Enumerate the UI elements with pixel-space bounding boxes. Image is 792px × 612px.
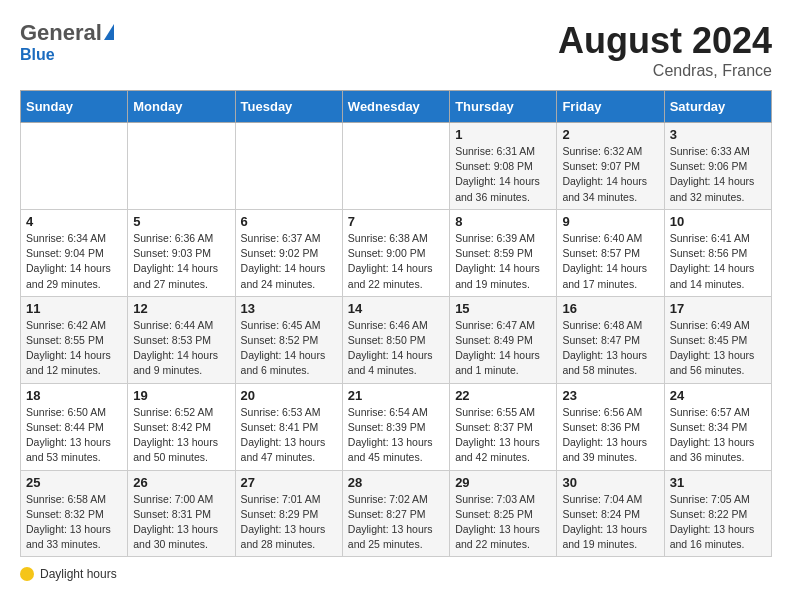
- day-info: Sunrise: 6:45 AM Sunset: 8:52 PM Dayligh…: [241, 318, 337, 379]
- day-cell: 27Sunrise: 7:01 AM Sunset: 8:29 PM Dayli…: [235, 470, 342, 557]
- weekday-header-wednesday: Wednesday: [342, 91, 449, 123]
- weekday-header-thursday: Thursday: [450, 91, 557, 123]
- day-cell: 18Sunrise: 6:50 AM Sunset: 8:44 PM Dayli…: [21, 383, 128, 470]
- day-info: Sunrise: 6:31 AM Sunset: 9:08 PM Dayligh…: [455, 144, 551, 205]
- day-info: Sunrise: 6:40 AM Sunset: 8:57 PM Dayligh…: [562, 231, 658, 292]
- day-cell: 7Sunrise: 6:38 AM Sunset: 9:00 PM Daylig…: [342, 209, 449, 296]
- day-info: Sunrise: 7:00 AM Sunset: 8:31 PM Dayligh…: [133, 492, 229, 553]
- day-cell: 9Sunrise: 6:40 AM Sunset: 8:57 PM Daylig…: [557, 209, 664, 296]
- day-info: Sunrise: 6:57 AM Sunset: 8:34 PM Dayligh…: [670, 405, 766, 466]
- day-cell: [235, 123, 342, 210]
- day-cell: 1Sunrise: 6:31 AM Sunset: 9:08 PM Daylig…: [450, 123, 557, 210]
- day-number: 20: [241, 388, 337, 403]
- day-cell: 12Sunrise: 6:44 AM Sunset: 8:53 PM Dayli…: [128, 296, 235, 383]
- day-number: 3: [670, 127, 766, 142]
- logo-blue-text: Blue: [20, 46, 55, 64]
- day-number: 12: [133, 301, 229, 316]
- day-cell: 19Sunrise: 6:52 AM Sunset: 8:42 PM Dayli…: [128, 383, 235, 470]
- day-number: 9: [562, 214, 658, 229]
- day-cell: [21, 123, 128, 210]
- day-cell: 24Sunrise: 6:57 AM Sunset: 8:34 PM Dayli…: [664, 383, 771, 470]
- day-number: 2: [562, 127, 658, 142]
- day-cell: 4Sunrise: 6:34 AM Sunset: 9:04 PM Daylig…: [21, 209, 128, 296]
- day-info: Sunrise: 6:56 AM Sunset: 8:36 PM Dayligh…: [562, 405, 658, 466]
- day-cell: 3Sunrise: 6:33 AM Sunset: 9:06 PM Daylig…: [664, 123, 771, 210]
- day-number: 11: [26, 301, 122, 316]
- day-number: 16: [562, 301, 658, 316]
- week-row-1: 1Sunrise: 6:31 AM Sunset: 9:08 PM Daylig…: [21, 123, 772, 210]
- day-number: 10: [670, 214, 766, 229]
- location-subtitle: Cendras, France: [558, 62, 772, 80]
- week-row-2: 4Sunrise: 6:34 AM Sunset: 9:04 PM Daylig…: [21, 209, 772, 296]
- day-info: Sunrise: 6:58 AM Sunset: 8:32 PM Dayligh…: [26, 492, 122, 553]
- day-number: 17: [670, 301, 766, 316]
- day-number: 1: [455, 127, 551, 142]
- day-info: Sunrise: 6:36 AM Sunset: 9:03 PM Dayligh…: [133, 231, 229, 292]
- day-number: 28: [348, 475, 444, 490]
- day-info: Sunrise: 6:38 AM Sunset: 9:00 PM Dayligh…: [348, 231, 444, 292]
- day-info: Sunrise: 6:47 AM Sunset: 8:49 PM Dayligh…: [455, 318, 551, 379]
- day-number: 27: [241, 475, 337, 490]
- calendar-header: SundayMondayTuesdayWednesdayThursdayFrid…: [21, 91, 772, 123]
- page-header: General Blue August 2024 Cendras, France: [20, 20, 772, 80]
- day-info: Sunrise: 6:52 AM Sunset: 8:42 PM Dayligh…: [133, 405, 229, 466]
- day-cell: 25Sunrise: 6:58 AM Sunset: 8:32 PM Dayli…: [21, 470, 128, 557]
- weekday-header-friday: Friday: [557, 91, 664, 123]
- day-number: 31: [670, 475, 766, 490]
- week-row-5: 25Sunrise: 6:58 AM Sunset: 8:32 PM Dayli…: [21, 470, 772, 557]
- day-cell: 10Sunrise: 6:41 AM Sunset: 8:56 PM Dayli…: [664, 209, 771, 296]
- day-info: Sunrise: 6:41 AM Sunset: 8:56 PM Dayligh…: [670, 231, 766, 292]
- day-info: Sunrise: 7:04 AM Sunset: 8:24 PM Dayligh…: [562, 492, 658, 553]
- day-cell: 28Sunrise: 7:02 AM Sunset: 8:27 PM Dayli…: [342, 470, 449, 557]
- logo-general-text: General: [20, 20, 102, 46]
- day-info: Sunrise: 6:33 AM Sunset: 9:06 PM Dayligh…: [670, 144, 766, 205]
- day-info: Sunrise: 6:34 AM Sunset: 9:04 PM Dayligh…: [26, 231, 122, 292]
- day-number: 22: [455, 388, 551, 403]
- day-cell: 21Sunrise: 6:54 AM Sunset: 8:39 PM Dayli…: [342, 383, 449, 470]
- daylight-label: Daylight hours: [40, 567, 117, 581]
- footer: Daylight hours: [20, 567, 772, 581]
- week-row-3: 11Sunrise: 6:42 AM Sunset: 8:55 PM Dayli…: [21, 296, 772, 383]
- calendar-body: 1Sunrise: 6:31 AM Sunset: 9:08 PM Daylig…: [21, 123, 772, 557]
- day-number: 13: [241, 301, 337, 316]
- month-year-title: August 2024: [558, 20, 772, 62]
- day-info: Sunrise: 7:05 AM Sunset: 8:22 PM Dayligh…: [670, 492, 766, 553]
- day-info: Sunrise: 7:03 AM Sunset: 8:25 PM Dayligh…: [455, 492, 551, 553]
- day-cell: 2Sunrise: 6:32 AM Sunset: 9:07 PM Daylig…: [557, 123, 664, 210]
- day-number: 15: [455, 301, 551, 316]
- day-number: 7: [348, 214, 444, 229]
- day-number: 25: [26, 475, 122, 490]
- day-number: 6: [241, 214, 337, 229]
- day-info: Sunrise: 6:32 AM Sunset: 9:07 PM Dayligh…: [562, 144, 658, 205]
- day-number: 8: [455, 214, 551, 229]
- day-cell: 31Sunrise: 7:05 AM Sunset: 8:22 PM Dayli…: [664, 470, 771, 557]
- weekday-header-row: SundayMondayTuesdayWednesdayThursdayFrid…: [21, 91, 772, 123]
- day-info: Sunrise: 7:01 AM Sunset: 8:29 PM Dayligh…: [241, 492, 337, 553]
- day-number: 29: [455, 475, 551, 490]
- day-number: 21: [348, 388, 444, 403]
- day-info: Sunrise: 6:55 AM Sunset: 8:37 PM Dayligh…: [455, 405, 551, 466]
- day-info: Sunrise: 6:53 AM Sunset: 8:41 PM Dayligh…: [241, 405, 337, 466]
- logo: General Blue: [20, 20, 114, 64]
- day-cell: 8Sunrise: 6:39 AM Sunset: 8:59 PM Daylig…: [450, 209, 557, 296]
- day-cell: [342, 123, 449, 210]
- weekday-header-monday: Monday: [128, 91, 235, 123]
- day-info: Sunrise: 6:39 AM Sunset: 8:59 PM Dayligh…: [455, 231, 551, 292]
- day-info: Sunrise: 6:37 AM Sunset: 9:02 PM Dayligh…: [241, 231, 337, 292]
- day-number: 18: [26, 388, 122, 403]
- day-cell: 11Sunrise: 6:42 AM Sunset: 8:55 PM Dayli…: [21, 296, 128, 383]
- weekday-header-tuesday: Tuesday: [235, 91, 342, 123]
- weekday-header-saturday: Saturday: [664, 91, 771, 123]
- day-number: 14: [348, 301, 444, 316]
- day-number: 24: [670, 388, 766, 403]
- day-cell: 29Sunrise: 7:03 AM Sunset: 8:25 PM Dayli…: [450, 470, 557, 557]
- day-cell: 26Sunrise: 7:00 AM Sunset: 8:31 PM Dayli…: [128, 470, 235, 557]
- day-info: Sunrise: 7:02 AM Sunset: 8:27 PM Dayligh…: [348, 492, 444, 553]
- day-cell: [128, 123, 235, 210]
- calendar-table: SundayMondayTuesdayWednesdayThursdayFrid…: [20, 90, 772, 557]
- day-number: 26: [133, 475, 229, 490]
- day-cell: 15Sunrise: 6:47 AM Sunset: 8:49 PM Dayli…: [450, 296, 557, 383]
- day-number: 23: [562, 388, 658, 403]
- day-number: 5: [133, 214, 229, 229]
- sun-icon: [20, 567, 34, 581]
